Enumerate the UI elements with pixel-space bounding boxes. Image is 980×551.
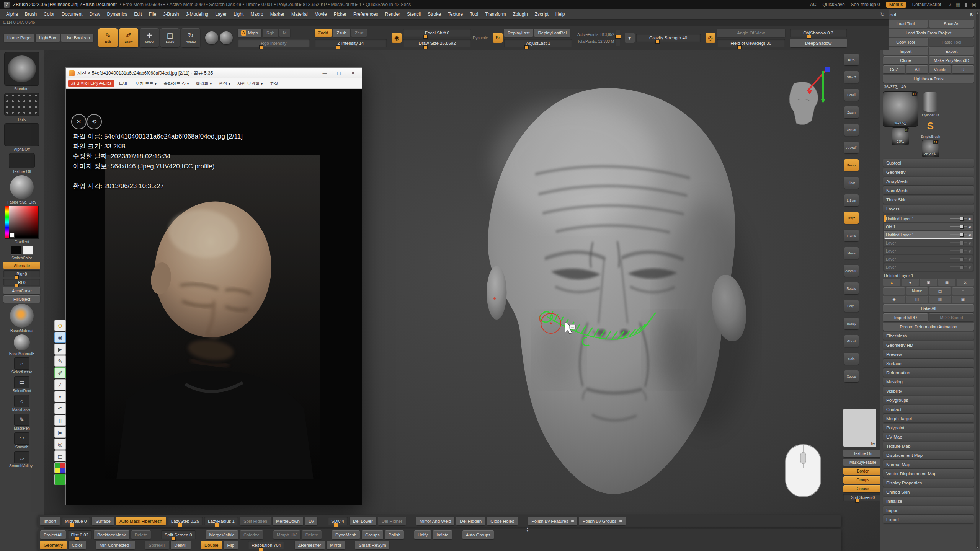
- mdd-button[interactable]: Import MDD: [883, 313, 928, 321]
- bottom-button[interactable]: DelMT: [171, 541, 191, 549]
- palette-section[interactable]: Normal Map: [883, 460, 974, 468]
- layer-intensity-slider[interactable]: [950, 266, 967, 267]
- palette-section[interactable]: Display Properties: [883, 479, 974, 487]
- tray-button[interactable]: Crease: [843, 485, 882, 492]
- bottom-button[interactable]: Unify: [414, 530, 431, 539]
- bottom-button[interactable]: Import: [40, 517, 60, 525]
- menu-item[interactable]: Dynamics: [104, 10, 130, 18]
- menu-item[interactable]: Alpha: [3, 10, 21, 18]
- photo-menu-item[interactable]: EXIF: [116, 80, 131, 87]
- layer-row[interactable]: Untitled Layer 1 ◉: [884, 231, 973, 238]
- photo-menu-item[interactable]: 보기 모드 ▾: [133, 80, 160, 87]
- bottom-button[interactable]: Inflate: [433, 530, 452, 539]
- mdd-button[interactable]: MDD Speed: [929, 313, 974, 321]
- eye-icon[interactable]: ◉: [54, 332, 66, 343]
- photo-close-icon[interactable]: ✕: [71, 114, 87, 129]
- points-slider[interactable]: [616, 30, 620, 46]
- palette-section[interactable]: Geometry HD: [883, 341, 974, 349]
- rgb-intensity-slider[interactable]: Rgb Intensity: [238, 39, 310, 47]
- menu-item[interactable]: Color: [41, 10, 58, 18]
- cursor-icon[interactable]: ▶: [54, 344, 66, 355]
- texture-thumbnail[interactable]: [9, 153, 35, 168]
- focal-shift-slider[interactable]: Focal Shift 0: [403, 29, 471, 37]
- layer-visibility-icon[interactable]: ◉: [968, 217, 971, 221]
- active-tool-thumbnail[interactable]: 11 36-37강: [883, 92, 918, 126]
- main-color-swatch[interactable]: [11, 246, 21, 255]
- menu-item[interactable]: Transform: [482, 10, 509, 18]
- bottom-button[interactable]: Colorize: [240, 530, 263, 539]
- layer-row[interactable]: Layer ◉: [884, 247, 973, 254]
- tray-button[interactable]: MaskByFeature: [843, 459, 882, 466]
- zsub-button[interactable]: Zsub: [333, 29, 350, 37]
- bottom-button[interactable]: ProjectAll: [40, 530, 66, 539]
- update-notification-button[interactable]: 새 버전이 나왔습니다: [68, 80, 114, 87]
- tool-panel-button[interactable]: Paste Tool: [929, 38, 974, 46]
- bottom-button[interactable]: Smart ReSym: [355, 541, 390, 549]
- layer-bake-icon[interactable]: ▥: [929, 296, 951, 303]
- layer-name-button[interactable]: Name: [906, 287, 928, 295]
- adjust-last-slider[interactable]: AdjustLast 1: [504, 39, 572, 47]
- bottom-button[interactable]: Mirror And Weld: [416, 517, 454, 525]
- tool-panel-button[interactable]: GoZ: [883, 65, 905, 73]
- photo-window-titlebar[interactable]: 사진 > 54efd410400131a6e24ab6f068af04ed.jp…: [66, 68, 362, 78]
- shelf-button[interactable]: Floor: [844, 177, 859, 189]
- brush-thumbnail[interactable]: [4, 52, 39, 86]
- mrgb-button[interactable]: A Mrgb: [238, 29, 261, 37]
- tray-button[interactable]: Border: [843, 468, 882, 475]
- sidebar-button[interactable]: AccuCurve: [3, 287, 40, 294]
- tool-panel-button[interactable]: Export: [929, 47, 974, 55]
- layer-visibility-icon[interactable]: ◉: [968, 233, 971, 237]
- dynamic-label[interactable]: Dynamic: [473, 36, 488, 41]
- layer-split-icon[interactable]: ◫: [906, 296, 928, 303]
- bottom-button[interactable]: MergeVisible: [206, 530, 238, 539]
- menu-item[interactable]: Stroke: [425, 10, 444, 18]
- shelf-button[interactable]: Xpose: [844, 370, 859, 382]
- menu-item[interactable]: Movie: [312, 10, 330, 18]
- palette-section[interactable]: Initialize: [883, 497, 974, 505]
- picker-swatch[interactable]: [10, 233, 15, 238]
- bottom-button[interactable]: Auto Mask FiberMesh: [116, 517, 166, 525]
- tool-panel-button[interactable]: Make PolyMesh3D: [929, 56, 974, 64]
- sidebar-button[interactable]: Alternate: [3, 262, 40, 269]
- shelf-button[interactable]: Actual: [844, 124, 859, 136]
- zadd-button[interactable]: Zadd: [315, 29, 332, 37]
- layer-duplicate-icon[interactable]: ▣: [920, 279, 937, 286]
- undo-icon[interactable]: ↶: [54, 403, 66, 414]
- minimize-button[interactable]: —: [319, 69, 330, 77]
- bottom-button[interactable]: ZRemesher: [295, 541, 325, 549]
- gravity-strength-slider[interactable]: Gravity Strength 40: [636, 34, 701, 42]
- rgb-button[interactable]: Rgb: [263, 29, 278, 37]
- bottom-button[interactable]: Flip: [224, 541, 238, 549]
- bottom-button[interactable]: Groups: [362, 530, 383, 539]
- titlebar-action[interactable]: QuickSave: [823, 2, 845, 7]
- live-boolean-button[interactable]: Live Boolean: [61, 34, 94, 42]
- green-swatch-icon[interactable]: [54, 474, 66, 485]
- bottom-button[interactable]: Close Holes: [487, 517, 518, 525]
- rotate-mode-button[interactable]: ↻ Rotate: [181, 28, 200, 47]
- shelf-button[interactable]: L.Sym: [844, 194, 859, 206]
- clipboard-icon[interactable]: ▤: [54, 450, 66, 461]
- layer-intensity-slider[interactable]: [950, 258, 967, 259]
- bottom-button[interactable]: Delete: [302, 530, 322, 539]
- layer-visibility-icon[interactable]: ◉: [968, 225, 971, 229]
- bottom-button[interactable]: Geometry: [40, 541, 67, 549]
- sidebar-tool[interactable]: ◡ SmoothValleys: [9, 451, 34, 468]
- lightbox-tools-button[interactable]: Lightbox►Tools: [883, 75, 974, 83]
- palette-section[interactable]: Thick Skin: [883, 196, 974, 204]
- fov-slider[interactable]: Field of view(deg) 30: [717, 39, 785, 47]
- photo-menu-item[interactable]: 사진 보관함 ▾: [235, 80, 266, 87]
- alpha-thumbnail[interactable]: [4, 123, 39, 146]
- bottom-button[interactable]: LazyRadius 1: [204, 517, 238, 525]
- menu-item[interactable]: Material: [288, 10, 311, 18]
- menu-item[interactable]: Edit: [131, 10, 145, 18]
- sdiv-down-icon[interactable]: ▼: [526, 530, 529, 532]
- menu-item[interactable]: Layer: [212, 10, 230, 18]
- shelf-button[interactable]: Zoom: [844, 106, 859, 118]
- hue-strip[interactable]: [5, 206, 9, 238]
- sidebar-button[interactable]: Rf 0: [3, 279, 40, 286]
- palette-section[interactable]: Deformation: [883, 368, 974, 377]
- titlebar-action[interactable]: See-through 0: [851, 2, 880, 7]
- camera-icon[interactable]: ◎: [54, 439, 66, 450]
- bottom-button[interactable]: Polish By Features: [528, 517, 577, 525]
- menu-item[interactable]: Draw: [86, 10, 103, 18]
